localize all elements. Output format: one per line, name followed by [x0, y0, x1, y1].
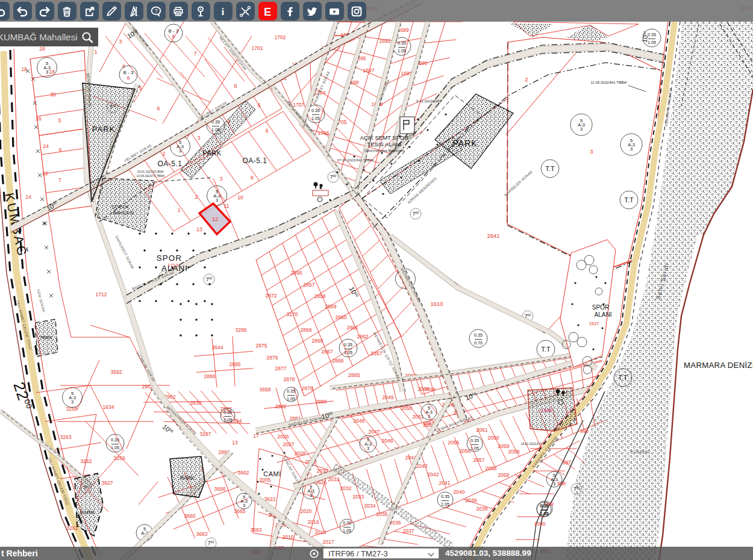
- svg-text:1634: 1634: [103, 404, 114, 410]
- svg-text:22: 22: [42, 170, 48, 176]
- svg-text:2869: 2869: [301, 327, 312, 333]
- svg-text:2878: 2878: [284, 376, 295, 382]
- svg-text:2860: 2860: [336, 314, 347, 320]
- svg-text:2027: 2027: [283, 441, 295, 447]
- svg-text:T.T: T.T: [618, 374, 628, 381]
- svg-text:0.35: 0.35: [223, 409, 232, 415]
- svg-text:13: 13: [232, 440, 238, 446]
- svg-text:2058: 2058: [498, 472, 510, 478]
- svg-text:3592: 3592: [111, 369, 122, 375]
- svg-text:2060: 2060: [488, 435, 499, 441]
- svg-text:3: 3: [198, 135, 201, 141]
- svg-text:24: 24: [43, 143, 49, 149]
- svg-text:3658: 3658: [260, 387, 271, 393]
- svg-text:3: 3: [243, 503, 245, 508]
- svg-text:1610: 1610: [430, 300, 443, 307]
- svg-text:2875: 2875: [256, 343, 267, 349]
- svg-text:3295: 3295: [236, 327, 247, 333]
- svg-text:3662: 3662: [238, 470, 249, 476]
- svg-text:2861: 2861: [347, 325, 358, 331]
- svg-text:1.05: 1.05: [540, 511, 548, 517]
- svg-text:2885: 2885: [230, 361, 241, 367]
- svg-text:i: i: [222, 6, 225, 17]
- svg-text:3261: 3261: [67, 525, 78, 531]
- svg-text:OA-5.1: OA-5.1: [157, 160, 182, 168]
- svg-text:3: 3: [46, 69, 48, 75]
- svg-text:3663: 3663: [196, 531, 208, 537]
- svg-text:2862: 2862: [357, 334, 369, 340]
- svg-text:3: 3: [179, 148, 181, 154]
- svg-text:2886: 2886: [204, 373, 216, 379]
- svg-text:0.35: 0.35: [540, 503, 548, 509]
- svg-text:3259: 3259: [114, 455, 125, 461]
- svg-text:7: 7: [58, 177, 61, 183]
- svg-text:1.05: 1.05: [344, 350, 352, 355]
- svg-text:3263: 3263: [60, 434, 72, 440]
- svg-text:3357: 3357: [370, 350, 383, 356]
- svg-text:T.T: T.T: [541, 346, 551, 353]
- svg-text:2005: 2005: [260, 477, 271, 483]
- svg-text:2050: 2050: [401, 405, 413, 411]
- svg-text:2880: 2880: [316, 399, 327, 405]
- svg-text:SPOR: SPOR: [157, 254, 182, 263]
- svg-text:1.05: 1.05: [111, 445, 119, 450]
- svg-text:PARK: PARK: [40, 335, 52, 340]
- svg-text:2856: 2856: [291, 270, 302, 276]
- svg-text:2872: 2872: [266, 293, 277, 299]
- svg-text:E: E: [264, 5, 271, 17]
- svg-text:2: 2: [163, 151, 166, 157]
- svg-text:7: 7: [193, 51, 196, 57]
- svg-text:1697: 1697: [363, 67, 375, 73]
- svg-text:2: 2: [525, 76, 528, 82]
- svg-text:3287: 3287: [200, 431, 211, 437]
- svg-text:2017: 2017: [323, 539, 334, 545]
- svg-text:?: ?: [154, 7, 158, 13]
- svg-text:0.35: 0.35: [398, 40, 406, 46]
- svg-text:26: 26: [36, 116, 42, 122]
- svg-text:2046: 2046: [382, 438, 393, 444]
- svg-text:ALANI: ALANI: [595, 311, 612, 318]
- svg-text:3: 3: [310, 493, 312, 498]
- svg-text:10: 10: [237, 194, 243, 201]
- svg-text:3: 3: [216, 198, 218, 203]
- svg-text:6: 6: [127, 75, 130, 81]
- svg-text:2041: 2041: [439, 480, 451, 486]
- svg-text:2059: 2059: [508, 449, 520, 455]
- svg-text:B - 3: B - 3: [169, 28, 179, 34]
- svg-text:3: 3: [119, 39, 122, 45]
- svg-text:2: 2: [195, 194, 198, 200]
- svg-text:1701: 1701: [252, 45, 263, 51]
- svg-text:12: 12: [212, 216, 218, 222]
- svg-text:3663: 3663: [251, 527, 262, 533]
- svg-text:2042: 2042: [428, 471, 439, 478]
- svg-text:2049: 2049: [383, 394, 394, 400]
- svg-text:2020: 2020: [301, 508, 312, 514]
- svg-text:0.35: 0.35: [441, 494, 449, 499]
- svg-text:30: 30: [50, 92, 56, 98]
- svg-text:2040: 2040: [454, 489, 465, 495]
- svg-text:2858: 2858: [314, 293, 326, 299]
- svg-text:2019: 2019: [308, 519, 319, 525]
- svg-text:3: 3: [71, 399, 73, 405]
- svg-text:0.35: 0.35: [287, 388, 295, 394]
- svg-text:2882: 2882: [275, 403, 287, 409]
- svg-text:1536: 1536: [541, 408, 552, 413]
- svg-text:1.05: 1.05: [398, 48, 406, 54]
- svg-text:1.05: 1.05: [648, 40, 656, 45]
- svg-text:996: 996: [580, 428, 589, 434]
- svg-text:03 01 2023/23 BMK: 03 01 2023/23 BMK: [137, 170, 164, 173]
- svg-text:1712: 1712: [96, 291, 107, 297]
- svg-text:1.05: 1.05: [343, 528, 351, 534]
- svg-text:6: 6: [157, 105, 160, 111]
- svg-text:1702: 1702: [275, 34, 286, 40]
- svg-text:3530: 3530: [190, 400, 202, 406]
- svg-text:PARK: PARK: [92, 125, 115, 134]
- svg-text:3660: 3660: [184, 513, 196, 519]
- svg-text:13 06 2023/73 TBMK: 13 06 2023/73 TBMK: [136, 174, 165, 178]
- svg-text:11 05.2022/941 TBBM: 11 05.2022/941 TBBM: [591, 81, 627, 84]
- svg-text:OA-5.1: OA-5.1: [242, 157, 267, 165]
- svg-text:MARMARA DENİZİ: MARMARA DENİZİ: [684, 361, 753, 370]
- svg-text:5: 5: [258, 102, 261, 108]
- svg-text:1706: 1706: [318, 130, 330, 136]
- svg-text:1.05: 1.05: [223, 417, 232, 423]
